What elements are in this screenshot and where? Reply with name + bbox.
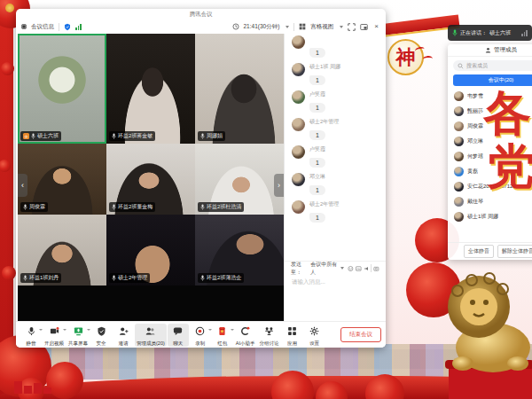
host-badge-icon: ♔ bbox=[23, 133, 29, 139]
video-tile[interactable]: 环益2班董金梅 bbox=[106, 144, 195, 215]
pip-window-icon[interactable] bbox=[360, 23, 368, 31]
divider bbox=[371, 264, 372, 272]
participant-name: 环益1班刘丹 bbox=[29, 274, 59, 282]
toolbar-shield-button[interactable]: 安全 bbox=[90, 324, 112, 347]
search-icon bbox=[458, 63, 464, 69]
video-tile[interactable]: 环益2班杜浩清 bbox=[195, 144, 284, 215]
member-row[interactable]: 韦梦雪 bbox=[448, 89, 532, 104]
emoji-icon[interactable] bbox=[348, 265, 354, 272]
member-row[interactable]: 邓立琳 bbox=[448, 134, 532, 149]
chat-input[interactable]: 请输入消息... bbox=[292, 278, 325, 286]
divider bbox=[293, 23, 294, 31]
toolbar-item-label: 开启视频 bbox=[44, 340, 64, 347]
video-tile[interactable]: ♔硕士六班 bbox=[18, 34, 106, 144]
member-name: 硕士1班 周娜 bbox=[467, 213, 498, 221]
chat-message: 硕士2年管理1 bbox=[292, 200, 380, 223]
avatar bbox=[292, 145, 305, 159]
tile-name-label: 环益2班杜浩清 bbox=[198, 202, 244, 212]
toolbar-invite-button[interactable]: 邀请 bbox=[113, 324, 134, 347]
participant-name: 硕士六班 bbox=[37, 132, 59, 140]
chat-message: 1 bbox=[292, 35, 380, 59]
end-meeting-button[interactable]: 结束会议 bbox=[340, 327, 381, 342]
member-name: 甄丽莎 bbox=[467, 107, 483, 115]
fullscreen-icon[interactable] bbox=[348, 23, 356, 31]
bird-icon bbox=[423, 56, 434, 63]
participant-name: 环益2班蒋金敏 bbox=[118, 132, 153, 140]
poster-logo bbox=[14, 379, 67, 394]
members-in-meeting-tab[interactable]: 会议中(20) bbox=[453, 74, 532, 86]
ai-icon bbox=[240, 324, 250, 340]
chat-bubble: 1 bbox=[309, 185, 325, 195]
member-list: 韦梦雪甄丽莎周俊霖邓立琳何梦瑶黄磊安仁花20210467129戴佳琴硕士1班 周… bbox=[448, 89, 532, 224]
chevron-down-icon bbox=[286, 26, 289, 28]
grid-view-icon bbox=[299, 23, 306, 30]
toolbar-apps-button[interactable]: 应用 bbox=[281, 324, 302, 347]
member-row[interactable]: 周俊霖 bbox=[448, 119, 532, 134]
active-speaker-bar: 正在讲话： 硕士六班 bbox=[448, 25, 532, 41]
chat-message: 硕士1班 周娜1 bbox=[292, 63, 380, 86]
tile-name-label: 环益2班董金梅 bbox=[109, 202, 155, 212]
video-tile[interactable]: 环益1班刘丹 bbox=[18, 215, 106, 286]
member-row[interactable]: 黄磊 bbox=[448, 164, 532, 179]
video-tile[interactable]: 周娜娟 bbox=[195, 34, 284, 144]
video-tile[interactable]: 周俊霖 bbox=[18, 144, 106, 215]
toolbar-chat-button[interactable]: 聊天 bbox=[168, 324, 189, 347]
member-search-placeholder: 搜索成员 bbox=[466, 62, 488, 70]
member-row[interactable]: 甄丽莎 bbox=[448, 104, 532, 119]
toolbar-screen-button[interactable]: 共享屏幕 bbox=[66, 324, 90, 347]
toolbar-settings-button[interactable]: 设置 bbox=[303, 324, 325, 347]
chat-message-list: 1硕士1班 周娜1卢笑霞1硕士2年管理1卢笑霞1邓立琳1硕士2年管理1 bbox=[285, 34, 386, 255]
poster-badge: 神 bbox=[387, 39, 424, 75]
tile-name-label: ♔硕士六班 bbox=[20, 131, 61, 141]
video-grid: ♔硕士六班环益2班蒋金敏周娜娟周俊霖环益2班董金梅环益2班杜浩清环益1班刘丹硕士… bbox=[18, 34, 284, 286]
toolbar-ai-button[interactable]: AI小助手 bbox=[234, 324, 257, 347]
member-search-input[interactable]: 搜索成员 bbox=[453, 60, 532, 71]
member-row[interactable]: 硕士1班 周娜 bbox=[448, 209, 532, 224]
video-area: ♔硕士六班环益2班蒋金敏周娜娟周俊霖环益2班董金梅环益2班杜浩清环益1班刘丹硕士… bbox=[18, 34, 284, 321]
megaphone-icon[interactable] bbox=[364, 265, 370, 272]
toolbar-item-label: 安全 bbox=[97, 340, 106, 347]
member-row[interactable]: 何梦瑶 bbox=[448, 149, 532, 164]
toolbar-members-button[interactable]: 管理成员(20) bbox=[135, 324, 167, 347]
member-name: 何梦瑶 bbox=[467, 153, 483, 160]
toolbar-breakout-button[interactable]: 分组讨论 bbox=[257, 324, 280, 347]
mute-all-button[interactable]: 全体静音 bbox=[464, 245, 494, 258]
meeting-status-icon bbox=[21, 24, 27, 29]
chat-message: 卢笑霞1 bbox=[292, 145, 380, 168]
video-tile[interactable]: 环益2班蒋金敏 bbox=[106, 34, 195, 144]
view-mode-label[interactable]: 宫格视图 bbox=[310, 23, 333, 31]
prev-page-arrow[interactable]: ‹ bbox=[18, 174, 27, 197]
toolbar-camera-button[interactable]: 开启视频 bbox=[43, 324, 66, 347]
send-to-label: 发送至： bbox=[291, 261, 309, 277]
image-icon[interactable] bbox=[356, 265, 362, 272]
close-icon[interactable]: × bbox=[372, 23, 380, 30]
chat-sender-name: 卢笑霞 bbox=[309, 90, 380, 98]
chat-message: 硕士2年管理1 bbox=[292, 118, 380, 141]
video-tile[interactable]: 环益2班薄浩企 bbox=[195, 215, 284, 286]
meeting-status-label[interactable]: 会议信息 bbox=[31, 23, 54, 31]
next-page-arrow[interactable]: › bbox=[274, 174, 284, 197]
member-name: 邓立琳 bbox=[467, 137, 483, 145]
panel-header: 管理成员 bbox=[448, 44, 532, 57]
tile-name-label: 环益2班蒋金敏 bbox=[109, 131, 155, 141]
send-to-value[interactable]: 会议中所有人 bbox=[310, 261, 337, 277]
toolbar-mic-button[interactable]: 静音 bbox=[20, 324, 42, 347]
mic-status-icon bbox=[200, 275, 205, 282]
member-row[interactable]: 安仁花20210467129 bbox=[448, 179, 532, 194]
chat-bubble: 1 bbox=[309, 48, 325, 58]
avatar bbox=[292, 63, 305, 76]
member-row[interactable]: 戴佳琴 bbox=[448, 194, 532, 209]
chat-sender-name: 邓立琳 bbox=[309, 173, 380, 180]
toolbar-redpacket-button[interactable]: 红包 bbox=[212, 324, 233, 347]
meeting-timer[interactable]: 21:41(30分钟) bbox=[244, 23, 280, 31]
avatar bbox=[454, 137, 464, 146]
meeting-window: 腾讯会议 会议信息 21:41(30分钟) bbox=[16, 9, 386, 348]
screenshot-icon[interactable] bbox=[373, 265, 379, 272]
chat-message: 邓立琳1 bbox=[292, 173, 380, 196]
video-tile[interactable]: 硕士2年管理 bbox=[106, 215, 195, 286]
invite-icon bbox=[119, 324, 129, 340]
tile-name-label: 硕士2年管理 bbox=[109, 273, 150, 283]
members-icon bbox=[145, 324, 155, 340]
unmute-all-button[interactable]: 解除全体静音 bbox=[497, 245, 532, 258]
toolbar-record-button[interactable]: 录制 bbox=[190, 324, 211, 347]
